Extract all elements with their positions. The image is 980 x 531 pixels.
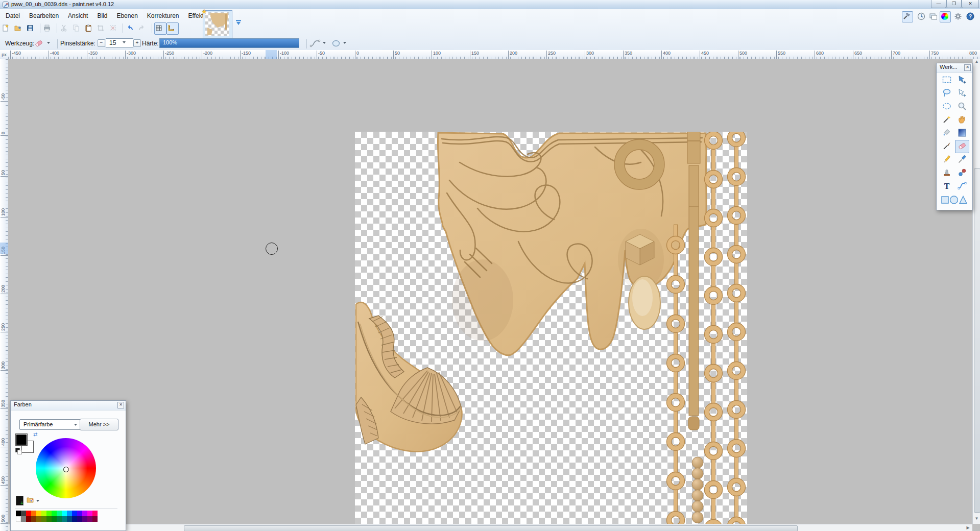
palette-swatch[interactable]	[52, 516, 57, 522]
palette-swatch[interactable]	[31, 516, 36, 522]
palette-swatch[interactable]	[41, 511, 46, 516]
paste-button[interactable]	[84, 22, 96, 35]
palette-swatch[interactable]	[62, 511, 67, 516]
tools-window-toggle[interactable]	[902, 11, 913, 22]
open-button[interactable]	[13, 22, 26, 35]
palette-swatch[interactable]	[67, 511, 72, 516]
palette-swatch[interactable]	[41, 516, 46, 522]
restore-button[interactable]: ❐	[946, 0, 962, 8]
colors-window-toggle[interactable]	[940, 11, 951, 22]
tool-formen[interactable]	[940, 194, 969, 207]
smoothing-caret[interactable]	[323, 42, 326, 44]
palette-swatch[interactable]	[82, 511, 87, 516]
palette-swatch[interactable]	[57, 511, 62, 516]
menu-item-bild[interactable]: Bild	[92, 10, 112, 21]
rulers-button[interactable]	[166, 22, 179, 35]
blend-mode-caret[interactable]	[343, 42, 346, 44]
color-wheel-selector[interactable]	[63, 467, 69, 472]
palette-swatch[interactable]	[87, 511, 92, 516]
document-canvas[interactable]	[355, 132, 747, 524]
new-button[interactable]	[1, 22, 13, 35]
palette-swatch[interactable]	[87, 516, 92, 522]
palette-swatch[interactable]	[16, 516, 21, 522]
menu-item-ansicht[interactable]: Ansicht	[63, 10, 92, 21]
palette-swatch[interactable]	[67, 516, 72, 522]
palette-folder-icon[interactable]	[26, 496, 34, 504]
palette-swatch[interactable]	[57, 516, 62, 522]
tool-ansicht-verschieben[interactable]	[955, 113, 969, 127]
tool-text[interactable]: T	[940, 180, 954, 193]
vertical-scrollbar[interactable]: ▲ ▼	[972, 59, 980, 524]
palette-swatch[interactable]	[21, 511, 26, 516]
menu-item-korrekturen[interactable]: Korrekturen	[142, 10, 184, 21]
blend-mode-icon[interactable]	[331, 38, 341, 49]
tool-auswahl-verschieben[interactable]	[955, 87, 969, 100]
tool-neu-einfaerben[interactable]	[955, 166, 969, 180]
more-button[interactable]: Mehr >>	[80, 419, 118, 430]
tools-panel-close-icon[interactable]: ✕	[964, 64, 971, 71]
brush-width-decrease-button[interactable]: −	[98, 39, 105, 47]
palette-swatch[interactable]	[31, 511, 36, 516]
colors-panel-close-icon[interactable]: ✕	[117, 402, 124, 408]
brush-width-increase-button[interactable]: +	[133, 39, 141, 47]
tool-ausgewaehlte-pixel-verschieben[interactable]	[955, 74, 969, 87]
image-tab[interactable]: ★	[203, 10, 232, 39]
layers-window-toggle[interactable]	[928, 11, 940, 22]
tool-zauberstab[interactable]	[940, 113, 954, 127]
palette-swatch[interactable]	[92, 516, 98, 522]
undo-button[interactable]	[125, 22, 137, 35]
palette-menu-caret[interactable]	[36, 500, 39, 502]
palette-swatch[interactable]	[72, 511, 77, 516]
tool-pinsel[interactable]	[940, 140, 954, 153]
primary-color-swatch[interactable]	[15, 433, 28, 446]
palette-swatch[interactable]	[46, 516, 52, 522]
color-mode-dropdown[interactable]: Primärfarbe	[19, 419, 81, 430]
tool-radierer[interactable]	[955, 140, 969, 153]
menu-item-ebenen[interactable]: Ebenen	[112, 10, 142, 21]
palette-swatch[interactable]	[36, 516, 41, 522]
tool-klonstempel[interactable]	[940, 166, 954, 180]
history-window-toggle[interactable]	[916, 11, 927, 22]
tool-zoom[interactable]	[955, 100, 969, 113]
palette-swatch[interactable]	[52, 511, 57, 516]
scroll-right-arrow[interactable]: ▶	[964, 525, 972, 531]
palette-swatch[interactable]	[92, 511, 98, 516]
minimize-button[interactable]: —	[931, 0, 946, 8]
image-list-chevron-icon[interactable]	[235, 19, 242, 26]
palette-swatch[interactable]	[21, 516, 26, 522]
tool-farbpipette[interactable]	[955, 153, 969, 166]
palette-swatch[interactable]	[26, 516, 31, 522]
tool-ellipse-auswahl[interactable]	[940, 100, 954, 113]
settings-button[interactable]	[953, 11, 964, 22]
tool-farbverlauf[interactable]	[955, 127, 969, 140]
close-button[interactable]: ✕	[962, 0, 979, 8]
tool-bleistift[interactable]	[940, 153, 954, 166]
grid-button[interactable]	[154, 22, 166, 35]
reset-colors-icon[interactable]	[15, 448, 21, 454]
tool-rechteck-auswahl[interactable]	[940, 74, 954, 87]
horizontal-scroll-thumb[interactable]	[184, 525, 798, 531]
tool-linie-kurve[interactable]	[955, 180, 969, 193]
vertical-scroll-thumb[interactable]	[974, 168, 980, 513]
tool-farbeimer[interactable]	[940, 127, 954, 140]
horizontal-scrollbar[interactable]: ◀ ▶	[8, 524, 972, 531]
palette-swatch[interactable]	[77, 516, 82, 522]
tool-lasso-auswahl[interactable]	[940, 87, 954, 100]
color-wheel[interactable]	[36, 438, 96, 498]
menu-item-datei[interactable]: Datei	[1, 10, 25, 21]
palette-swatch[interactable]	[36, 511, 41, 516]
swap-colors-icon[interactable]: ⇄	[33, 431, 37, 437]
scroll-down-arrow[interactable]: ▼	[973, 516, 980, 524]
palette-swatch[interactable]	[26, 511, 31, 516]
palette-swatch[interactable]	[62, 516, 67, 522]
palette-swatch[interactable]	[72, 516, 77, 522]
palette-swatch[interactable]	[46, 511, 52, 516]
smoothing-option-icon[interactable]	[309, 38, 321, 49]
print-button[interactable]	[42, 22, 55, 35]
tool-dropdown-caret[interactable]	[47, 42, 50, 44]
brush-width-field[interactable]: 15	[106, 38, 133, 48]
palette-swatch[interactable]	[82, 516, 87, 522]
save-button[interactable]	[26, 22, 38, 35]
palette-swatch[interactable]	[16, 511, 21, 516]
colors-panel-title[interactable]: Farben	[11, 401, 126, 411]
